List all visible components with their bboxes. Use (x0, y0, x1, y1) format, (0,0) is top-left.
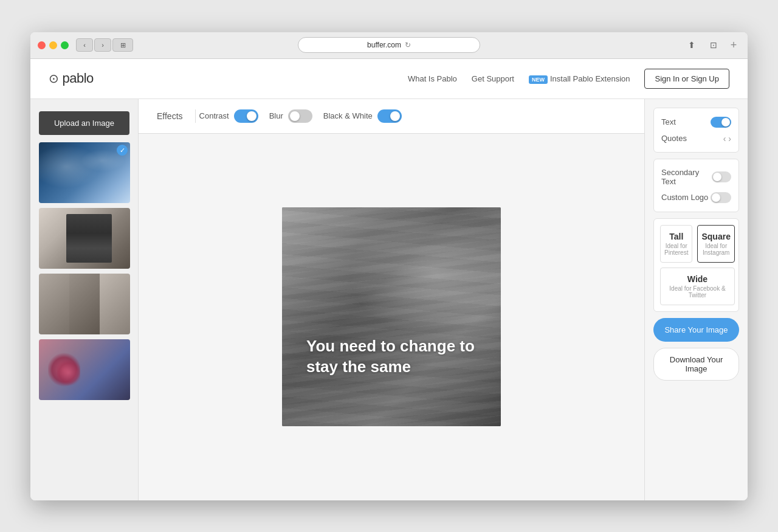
square-label: Square (701, 232, 730, 241)
contrast-toggle-group: Contrast (199, 109, 258, 123)
text-quotes-section: Text Quotes ‹ › (653, 108, 739, 153)
logo-icon: ⊙ (49, 71, 59, 86)
logo-text: pablo (63, 71, 94, 86)
bw-knob (390, 111, 400, 121)
blur-label: Blur (269, 111, 283, 120)
custom-logo-row: Custom Logo (661, 192, 731, 203)
bw-toggle-group: Black & White (323, 109, 402, 123)
size-selector: Tall Ideal for Pinterest Square Ideal fo… (653, 218, 739, 312)
quotes-nav: ‹ › (723, 134, 731, 143)
titlebar-actions: ⬆ ⊡ + (683, 38, 740, 52)
text-label: Text (661, 117, 676, 126)
what-is-pablo-link[interactable]: What Is Pablo (408, 74, 457, 83)
image-grid (39, 142, 129, 400)
image-canvas[interactable]: You need to change to stay the same (282, 207, 501, 426)
titlebar: ‹ › ⊞ buffer.com ↻ ⬆ ⊡ + (30, 32, 748, 59)
quotes-row: Quotes ‹ › (661, 134, 731, 143)
effects-button[interactable]: Effects (148, 108, 191, 125)
close-button[interactable] (38, 41, 46, 49)
quotes-next-button[interactable]: › (728, 134, 731, 143)
header-nav: What Is Pablo Get Support NEWInstall Pab… (408, 69, 729, 89)
browser-nav: ‹ › ⊞ (76, 38, 133, 52)
share-icon[interactable]: ⬆ (683, 38, 700, 52)
logo-toggle-knob (712, 193, 720, 202)
list-item[interactable] (39, 339, 130, 400)
custom-logo-label: Custom Logo (661, 193, 708, 202)
refresh-icon[interactable]: ↻ (405, 41, 411, 49)
wide-label: Wide (664, 274, 731, 284)
text-row: Text (661, 117, 731, 128)
maximize-button[interactable] (61, 41, 69, 49)
wide-size-button[interactable]: Wide Ideal for Facebook & Twitter (660, 268, 735, 305)
blur-knob (290, 111, 300, 121)
list-item[interactable] (39, 208, 130, 269)
new-tab-button[interactable]: + (727, 38, 740, 52)
get-support-link[interactable]: Get Support (472, 74, 514, 83)
contrast-label: Contrast (199, 111, 229, 120)
traffic-lights (38, 41, 69, 49)
blur-toggle-group: Blur (269, 109, 312, 123)
secondary-toggle-knob (713, 173, 721, 181)
right-panel: Text Quotes ‹ › Secondary Text (644, 99, 748, 500)
new-badge: NEW (529, 75, 548, 84)
app-window: ‹ › ⊞ buffer.com ↻ ⬆ ⊡ + ⊙ pablo What Is… (30, 32, 748, 500)
upload-image-button[interactable]: Upload an Image (39, 111, 129, 135)
secondary-text-label: Secondary Text (661, 168, 712, 186)
back-button[interactable]: ‹ (76, 38, 93, 52)
forward-button[interactable]: › (94, 38, 111, 52)
install-extension-link[interactable]: NEWInstall Pablo Extension (529, 74, 630, 83)
secondary-section: Secondary Text Custom Logo (653, 159, 739, 212)
text-toggle[interactable] (711, 117, 731, 128)
list-item[interactable] (39, 274, 130, 334)
canvas-overlay (282, 207, 501, 426)
effects-divider (195, 109, 196, 123)
square-size-button[interactable]: Square Ideal for Instagram (697, 225, 734, 263)
canvas-wrapper: You need to change to stay the same (270, 134, 513, 500)
list-item[interactable] (39, 142, 130, 203)
url-text: buffer.com (367, 41, 401, 49)
sign-in-button[interactable]: Sign In or Sign Up (644, 69, 729, 89)
secondary-text-row: Secondary Text (661, 168, 731, 186)
share-image-button[interactable]: Share Your Image (653, 318, 739, 342)
quotes-prev-button[interactable]: ‹ (723, 134, 726, 143)
minimize-button[interactable] (49, 41, 57, 49)
tall-label: Tall (664, 232, 688, 241)
wide-sub: Ideal for Facebook & Twitter (664, 285, 731, 299)
url-bar[interactable]: buffer.com ↻ (298, 37, 480, 53)
canvas-area: Effects Contrast Blur Black & White (139, 99, 644, 500)
tall-size-button[interactable]: Tall Ideal for Pinterest (660, 225, 692, 263)
text-toggle-knob (721, 118, 730, 126)
contrast-knob (247, 111, 256, 121)
quotes-label: Quotes (661, 134, 687, 143)
square-sub: Ideal for Instagram (701, 243, 730, 256)
custom-logo-toggle[interactable] (711, 192, 731, 203)
app-header: ⊙ pablo What Is Pablo Get Support NEWIns… (30, 59, 748, 99)
sidebar: Upload an Image (30, 99, 139, 500)
contrast-toggle[interactable] (234, 109, 258, 123)
canvas-quote-text[interactable]: You need to change to stay the same (306, 336, 477, 378)
secondary-text-toggle[interactable] (712, 171, 731, 182)
tall-sub: Ideal for Pinterest (664, 243, 688, 256)
app-body: Upload an Image (30, 99, 748, 500)
blur-toggle[interactable] (288, 109, 312, 123)
sidebar-toggle-icon[interactable]: ⊡ (705, 38, 722, 52)
bw-toggle[interactable] (377, 109, 402, 123)
download-image-button[interactable]: Download Your Image (653, 348, 739, 381)
reader-button[interactable]: ⊞ (112, 38, 133, 52)
bw-label: Black & White (323, 111, 373, 120)
effects-bar: Effects Contrast Blur Black & White (139, 99, 644, 134)
logo: ⊙ pablo (49, 71, 94, 86)
